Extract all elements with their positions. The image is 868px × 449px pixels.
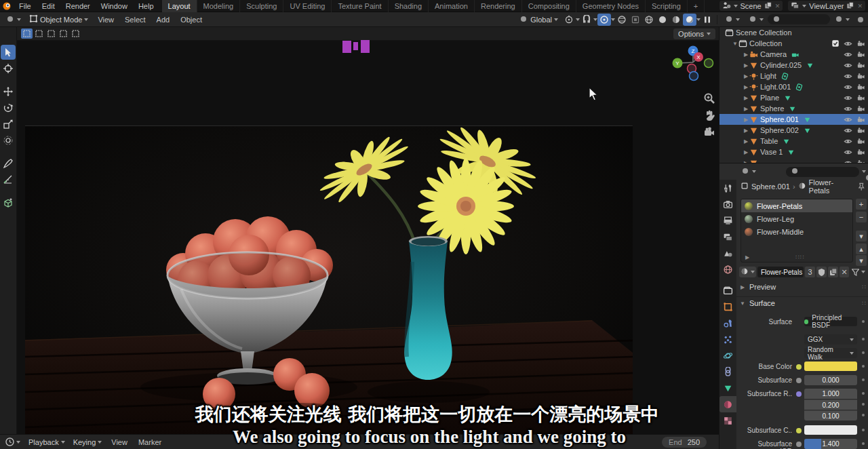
- workspace-tab-texture-paint[interactable]: Texture Paint: [332, 0, 388, 12]
- disclosure-triangle[interactable]: ▶: [743, 52, 749, 58]
- outliner-row-vase-1[interactable]: ▶Vase 1: [719, 147, 868, 157]
- pin-icon[interactable]: [858, 182, 865, 191]
- scene-selector[interactable]: Scene ✕: [719, 1, 783, 11]
- mode-selector[interactable]: Object Mode: [25, 14, 92, 26]
- outliner-item-label[interactable]: Sphere.001: [760, 115, 799, 123]
- zoom-viewport-icon[interactable]: [701, 90, 718, 107]
- disable-render-camera-icon[interactable]: [856, 126, 865, 135]
- tool-cursor[interactable]: [1, 61, 16, 76]
- hide-eye-icon[interactable]: [844, 126, 852, 135]
- outliner-item-label[interactable]: Sphere.002: [760, 126, 799, 134]
- hide-eye-icon[interactable]: [844, 94, 852, 102]
- properties-tab-output[interactable]: [719, 212, 736, 229]
- pause-icon[interactable]: [701, 14, 714, 26]
- resize-grip[interactable]: ∷∷: [795, 254, 804, 260]
- copy-material-icon[interactable]: [828, 267, 838, 277]
- select-mode-set[interactable]: [21, 28, 33, 39]
- disclosure-triangle[interactable]: ▶: [743, 106, 749, 112]
- disclosure-triangle[interactable]: ▶: [743, 117, 749, 123]
- properties-tab-data[interactable]: [719, 380, 736, 396]
- tool-measure[interactable]: [1, 172, 16, 187]
- properties-tab-viewlayer[interactable]: [719, 229, 736, 245]
- filter-restrict-button[interactable]: [744, 14, 768, 26]
- orientation-selector[interactable]: Global: [515, 14, 562, 26]
- workspace-tab-compositing[interactable]: Compositing: [522, 0, 576, 12]
- viewlayer-selector[interactable]: ViewLayer ✕: [788, 1, 865, 11]
- properties-editor-type-button[interactable]: [739, 165, 757, 178]
- surface-shader-button[interactable]: Principled BSDF: [804, 317, 857, 326]
- material-slot-flower-middle[interactable]: Flower-Middle: [741, 225, 852, 238]
- workspace-tab-animation[interactable]: Animation: [429, 0, 475, 12]
- disclosure-triangle[interactable]: ▶: [743, 138, 749, 144]
- properties-tab-tool[interactable]: [719, 180, 736, 196]
- chevron-down-icon[interactable]: [862, 170, 866, 173]
- disclosure-triangle[interactable]: ▶: [743, 95, 749, 101]
- outliner-item-label[interactable]: Collection: [749, 39, 782, 47]
- tool-select-box[interactable]: [1, 45, 16, 60]
- disable-render-camera-icon[interactable]: [856, 72, 865, 81]
- decorator-dot[interactable]: [862, 442, 865, 445]
- outliner-row-sphere[interactable]: ▶Sphere: [719, 103, 868, 114]
- properties-tab-particles[interactable]: [719, 331, 736, 347]
- decorator-dot[interactable]: [862, 378, 865, 381]
- subsurface-color-swatch[interactable]: [804, 425, 857, 435]
- workspace-tab-shading[interactable]: Shading: [389, 0, 429, 12]
- properties-tab-world[interactable]: [719, 261, 736, 277]
- outliner-row-light[interactable]: ▶Light: [719, 71, 868, 81]
- select-mode-invert[interactable]: [58, 28, 69, 39]
- disclosure-triangle[interactable]: ▶: [743, 73, 749, 79]
- remove-slot-button[interactable]: −: [856, 212, 867, 222]
- properties-tab-object[interactable]: [719, 298, 736, 315]
- disable-render-camera-icon[interactable]: [856, 137, 865, 146]
- menu-render[interactable]: Render: [60, 0, 96, 12]
- breadcrumb-material[interactable]: Flower-Petals: [809, 178, 852, 195]
- select-mode-subtract[interactable]: [45, 28, 57, 39]
- disable-render-camera-icon[interactable]: [856, 61, 865, 70]
- disable-render-camera-icon[interactable]: [856, 39, 865, 48]
- decorator-dot[interactable]: [862, 351, 865, 354]
- disable-render-camera-icon[interactable]: [856, 50, 865, 59]
- shading-wireframe-icon[interactable]: [642, 14, 656, 26]
- copy-icon[interactable]: [846, 1, 854, 11]
- viewport-menu-select[interactable]: Select: [119, 14, 151, 26]
- filter-funnel-button[interactable]: [830, 14, 854, 26]
- menu-help[interactable]: Help: [133, 0, 159, 12]
- overlays-icon[interactable]: [615, 14, 629, 26]
- disable-render-camera-icon[interactable]: [856, 94, 865, 102]
- tool-rotate[interactable]: [1, 100, 16, 115]
- subsurface-radius-value[interactable]: 0.100: [804, 410, 857, 421]
- menu-window[interactable]: Window: [96, 0, 133, 12]
- menu-file[interactable]: File: [14, 0, 37, 12]
- outliner-row-camera[interactable]: ▶Camera: [719, 49, 868, 60]
- outliner-item-label[interactable]: Sphere: [760, 104, 784, 113]
- preview-panel-header[interactable]: ▶Preview ∷: [739, 283, 867, 291]
- hide-eye-icon[interactable]: [844, 148, 852, 157]
- material-slot-flower-leg[interactable]: Flower-Leg: [741, 212, 852, 225]
- workspace-tab-rendering[interactable]: Rendering: [475, 0, 522, 12]
- workspace-tab-sculpting[interactable]: Sculpting: [240, 0, 283, 12]
- shading-material-icon[interactable]: [669, 14, 683, 26]
- properties-tab-scene[interactable]: [719, 245, 736, 261]
- slot-specials-button[interactable]: ▾: [856, 231, 867, 241]
- disable-render-camera-icon[interactable]: [856, 104, 865, 113]
- outliner-item-label[interactable]: Cylinder.025: [760, 61, 802, 69]
- shading-rendered-icon[interactable]: [683, 14, 696, 26]
- outliner-row-collection[interactable]: ▼Collection: [719, 38, 868, 49]
- properties-tab-render[interactable]: [719, 196, 736, 212]
- users-count-button[interactable]: 3: [805, 267, 815, 277]
- disclosure-triangle[interactable]: ▶: [743, 62, 749, 69]
- hide-eye-icon[interactable]: [844, 137, 852, 146]
- timeline-menu-playback[interactable]: Playback: [24, 436, 69, 448]
- decorator-dot[interactable]: [862, 320, 865, 323]
- workspace-tab-modeling[interactable]: Modeling: [197, 0, 241, 12]
- timeline-menu-marker[interactable]: Marker: [133, 436, 167, 448]
- outliner-row-cylinder-025[interactable]: ▶Cylinder.025: [719, 60, 868, 71]
- surface-panel-header[interactable]: ▼Surface ∷: [739, 299, 867, 307]
- tool-annotate[interactable]: [1, 156, 16, 171]
- hide-eye-icon[interactable]: [844, 115, 852, 124]
- subsurface-slider[interactable]: 0.000: [804, 375, 857, 385]
- outliner-search[interactable]: [768, 14, 830, 24]
- distribution-dropdown[interactable]: GGX: [804, 334, 857, 345]
- editor-type-button[interactable]: [1, 14, 25, 26]
- fake-user-shield-icon[interactable]: [816, 267, 827, 277]
